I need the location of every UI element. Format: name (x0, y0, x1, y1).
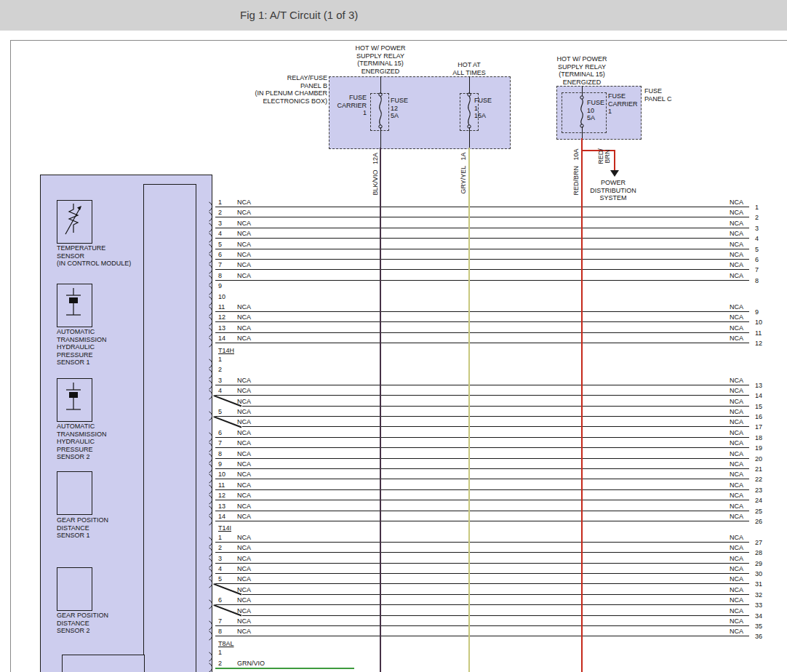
wire-row-number: 30 (755, 570, 762, 577)
connector-pin-icon (208, 275, 214, 285)
pin-number: 5 (218, 575, 222, 583)
wire-label-right: NCA (711, 471, 743, 478)
wire-label-left: GRN/VIO (237, 660, 265, 667)
thermistor-icon (57, 201, 90, 241)
wire-label-left: NCA (237, 439, 251, 447)
hot-power-supply-relay-label-2: HOT W/ POWER SUPPLY RELAY (TERMINAL 15) … (553, 55, 611, 86)
wire-line (215, 479, 749, 479)
connector-pin-icon (208, 244, 214, 254)
wire-label-right: NCA (711, 565, 743, 572)
wire-row-number: 12 (755, 340, 762, 347)
wire-label-left: NCA (237, 565, 251, 572)
connector-pin-icon (208, 516, 214, 526)
pressure-sensor-icon (57, 284, 90, 325)
wire-label-left: NCA (237, 209, 251, 216)
pressure-sensor-icon (57, 379, 90, 420)
wire-label-left: NCA (237, 429, 251, 436)
wire-label-left: NCA (237, 241, 251, 248)
connector-pin-icon (208, 380, 214, 390)
wire-label-right: NCA (711, 335, 743, 342)
wire-label-right: NCA (711, 261, 743, 268)
pin-number: 11 (218, 303, 225, 311)
wire-label-right: NCA (711, 241, 743, 248)
wire-line (215, 447, 749, 448)
wire-gry-yel-label: GRY/YEL 1A (460, 151, 467, 194)
fuse-1-icon (465, 92, 474, 132)
hot-power-supply-relay-label-1: HOT W/ POWER SUPPLY RELAY (TERMINAL 15) … (351, 44, 410, 75)
pin-number: 7 (218, 439, 222, 447)
hot-at-all-times-label: HOT AT ALL TIMES (447, 61, 491, 76)
pin-number: 8 (218, 272, 222, 279)
wire-label-right: NCA (711, 199, 743, 206)
wire-row-number: 14 (755, 392, 762, 399)
pin-number: 2 (218, 366, 222, 373)
pin-number: 6 (218, 251, 222, 258)
pin-number: 4 (218, 387, 222, 394)
wire-line (215, 228, 749, 228)
pin-number: 4 (218, 565, 222, 572)
wire-label-right: NCA (711, 503, 743, 510)
pin-number: 9 (218, 282, 222, 289)
temperature-sensor-label: TEMPERATURE SENSOR (IN CONTROL MODULE) (57, 244, 143, 268)
pin-number: 6 (218, 429, 222, 436)
gear-position-sensor-2-label: GEAR POSITION DISTANCE SENSOR 2 (57, 612, 143, 635)
wire-label-left: NCA (237, 492, 251, 499)
pin-number: 4 (218, 230, 222, 237)
pin-number: 5 (218, 408, 222, 415)
wire-row-number: 20 (755, 455, 762, 463)
wire-line (215, 217, 749, 217)
connector-pin-icon (208, 212, 214, 222)
wire-row-number: 1 (755, 204, 759, 211)
connector-pin-icon (208, 547, 214, 557)
connector-pin-icon (208, 359, 214, 369)
wire-label-right: NCA (711, 220, 743, 227)
pin-number: 13 (218, 324, 225, 332)
connector-pin-icon (208, 484, 214, 495)
wire-label-right: NCA (711, 303, 743, 311)
connector-pin-icon (208, 306, 214, 316)
wire-label-left: NCA (237, 481, 251, 489)
wire-row-number: 26 (755, 518, 762, 525)
wire-line (215, 207, 749, 207)
wire-label-left: NCA (237, 408, 251, 415)
pin-number: 3 (218, 555, 222, 562)
wire-red-brn-branch-label: RED/ BRN (598, 145, 611, 167)
wire-line (215, 625, 749, 626)
wire-line (215, 332, 749, 333)
wire-line (215, 385, 749, 385)
wire-label-right: NCA (711, 324, 743, 332)
fuse-12-label: FUSE 12 5A (391, 97, 408, 120)
fuse-12-icon (376, 92, 385, 132)
connector-pin-icon (208, 296, 214, 306)
at-pressure-sensor-2-box (57, 378, 92, 422)
wiring-diagram-page: Fig 1: A/T Circuit (1 of 3) HOT W/ POWER… (0, 0, 787, 672)
connector-label: T8AL (218, 640, 234, 647)
connector-pin-icon (208, 505, 214, 516)
bottom-component-box (62, 655, 145, 672)
wire-line (215, 604, 749, 605)
wire-label-right: NCA (711, 617, 743, 625)
wire-line (242, 426, 749, 427)
fuse-10-label: FUSE 10 5A (587, 99, 604, 122)
wire-line (242, 594, 749, 595)
wire-label-left: NCA (237, 335, 251, 342)
connector-pin-icon (208, 463, 214, 473)
wire-label-left: NCA (237, 324, 251, 332)
wire-label-left: NCA (237, 387, 251, 394)
wire-label-left: NCA (237, 586, 251, 593)
wire-row-number: 7 (755, 266, 759, 273)
wire-line (215, 259, 749, 260)
connector-pin-icon (208, 537, 214, 547)
wire-line (215, 468, 749, 469)
wire-label-right: NCA (711, 628, 743, 635)
pin-number: 2 (218, 660, 222, 667)
pin-number: 1 (218, 356, 222, 363)
wire-row-number: 10 (755, 319, 762, 326)
wire-label-left: NCA (237, 460, 251, 468)
pin-number: 13 (218, 503, 225, 510)
wire-label-right: NCA (711, 544, 743, 551)
wire-gry-yel (468, 148, 470, 672)
pin-number: 2 (218, 544, 222, 551)
fuse-carrier-c-label: FUSE CARRIER 1 (608, 92, 638, 116)
title-bar: Fig 1: A/T Circuit (1 of 3) (0, 0, 787, 31)
